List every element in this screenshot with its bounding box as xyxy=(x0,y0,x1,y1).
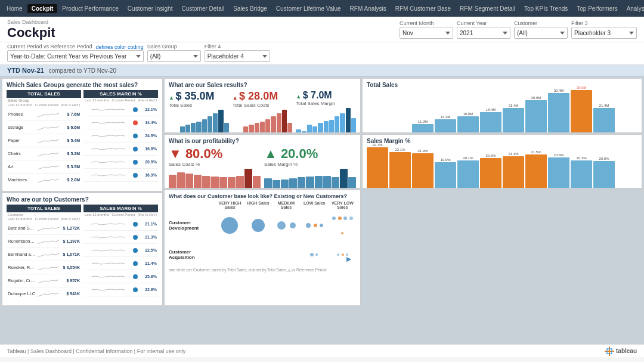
sales-group-filter: Sales Group (All) xyxy=(147,44,201,62)
margin-kpi-row: 24.9% xyxy=(83,129,158,143)
filters-section: Current Month Nov Current Year 2021 Cust… xyxy=(400,19,637,39)
customer-filter: Customer (All) xyxy=(514,20,568,39)
total-sales-chart-title: Total Sales xyxy=(367,82,637,88)
top-customers-margin: SALES MARGIN % Last 12 monthsCurrent Per… xyxy=(83,205,158,300)
total-costs-metric: ▲ $ 28.0M Total Sales Costs xyxy=(233,90,293,133)
nav-item-sales-bridge[interactable]: Sales Bridge xyxy=(229,4,271,13)
middle-column: Total Sales 1.7M 3.6M 11.2M 14.2M xyxy=(362,78,642,188)
margin-kpi-row: 21.1% xyxy=(83,218,158,231)
svg-rect-18 xyxy=(605,351,614,352)
profitability-panel: What is our profitability? ▼ 80.0% Sales… xyxy=(164,134,361,189)
kpi-row: Storage $ 6.6M xyxy=(7,121,81,134)
sales-groups-title: Which Sales Groups generate the most sal… xyxy=(7,82,158,88)
svg-point-0 xyxy=(221,217,238,234)
current-year-filter: Current Year 2021 xyxy=(457,20,510,39)
nav-item-cockpit[interactable]: Cockpit xyxy=(27,4,58,13)
kpi-row: Machines $ 2.0M xyxy=(7,174,81,185)
svg-point-1 xyxy=(252,219,265,232)
nav-item-home[interactable]: Home xyxy=(2,4,27,13)
tableau-icon xyxy=(605,346,614,356)
kpi-row: Runolfsson-Rogahn $ 1,197K xyxy=(7,235,81,248)
kpi-row: Phones $ 7.6M xyxy=(7,108,81,121)
top-customers-panel: Who are our top Customers? TOTAL SALES C… xyxy=(2,193,163,306)
kpi-row: Art $ 3.5M xyxy=(7,160,81,174)
expand-icon[interactable]: ► xyxy=(345,254,353,264)
footer-text: Tableau | Sales Dashboard | Confidential… xyxy=(7,348,185,354)
svg-point-9 xyxy=(343,216,347,220)
nav-item-rfm-analysis[interactable]: RFM Analysis xyxy=(346,4,391,13)
margin-kpi-row: 20.1% xyxy=(83,182,158,185)
kpi-row: Batz and Sons $ 1,272K xyxy=(7,222,81,235)
kpi-row: Chairs $ 5.2M xyxy=(7,147,81,160)
nav-item-rfm-segment[interactable]: RFM Segment Detail xyxy=(456,4,519,13)
nav-item-top-kpis[interactable]: Top KPIs Trends xyxy=(520,4,572,13)
nav-item-customer-insight[interactable]: Customer Insight xyxy=(123,4,177,13)
svg-point-11 xyxy=(341,232,343,234)
ytd-subtitle: compared to YTD Nov-20 xyxy=(49,67,116,74)
ytd-banner: YTD Nov-21 compared to YTD Nov-20 xyxy=(0,65,644,76)
svg-point-8 xyxy=(338,216,342,220)
nav-item-lifetime-value[interactable]: Customer Lifetime Value xyxy=(272,4,345,13)
nav-item-top-performers[interactable]: Top Performers xyxy=(572,4,621,13)
main-grid: What are our Sales results? ▲ $ 35.0M To… xyxy=(0,76,644,344)
svg-point-13 xyxy=(315,253,318,256)
customer-base-title: What does our Customer base look like? E… xyxy=(169,193,356,199)
breadcrumb: Sales Dashboard xyxy=(7,19,55,25)
svg-rect-21 xyxy=(606,348,612,349)
top-customers-title: Who are our top Customers? xyxy=(7,196,158,203)
period-filter: Current Period vs Reference Period defin… xyxy=(7,44,144,62)
svg-point-14 xyxy=(337,253,339,256)
svg-point-4 xyxy=(306,223,311,228)
kpi-row: Ruecker, Runolfsdottir and… $ 3,054K xyxy=(7,261,81,274)
nav-item-analysis-adhoc[interactable]: Analysis - Adhoc xyxy=(623,4,644,13)
sales-groups-panel: Which Sales Groups generate the most sal… xyxy=(2,78,163,191)
customer-base-panel: What does our Customer base look like? E… xyxy=(164,190,361,306)
nav-item-rfm-customer-base[interactable]: RFM Customer Base xyxy=(391,4,455,13)
svg-point-12 xyxy=(310,253,314,256)
filters-row2: Current Period vs Reference Period defin… xyxy=(0,42,644,65)
period-select[interactable]: Year-to-Date: Current Year vs Previous Y… xyxy=(7,50,144,62)
filter3: Filter 3 Placeholder 3 xyxy=(571,20,637,39)
right-column: Which Sales Groups generate the most sal… xyxy=(2,78,163,306)
margin-kpi-row: 22.8% xyxy=(83,283,158,296)
svg-point-10 xyxy=(349,216,353,220)
profitability-title: What is our profitability? xyxy=(169,138,356,144)
filter4: Filter 4 Placeholder 4 xyxy=(205,44,270,62)
margin-kpi-row: 25.8% xyxy=(83,270,158,283)
margin-kpi-row: 16.8% xyxy=(83,143,158,156)
filter4-select[interactable]: Placeholder 4 xyxy=(205,50,270,62)
sales-results-title: What are our Sales results? xyxy=(169,82,356,88)
tableau-logo: tableau xyxy=(605,346,637,356)
customer-select[interactable]: (All) xyxy=(514,27,568,39)
margin-pct-metric: ▲ 20.0% Sales Margin % xyxy=(264,146,356,189)
ytd-title: YTD Nov-21 xyxy=(7,67,44,74)
svg-point-7 xyxy=(332,216,336,220)
margin-kpi-row: 21.3% xyxy=(83,231,158,244)
nav-item-customer-detail[interactable]: Customer Detail xyxy=(177,4,228,13)
margin-kpi-row: 22.5% xyxy=(83,244,158,257)
sales-group-select[interactable]: (All) xyxy=(147,50,201,62)
svg-point-2 xyxy=(277,221,286,230)
nav-item-product-performance[interactable]: Product Performance xyxy=(58,4,123,13)
svg-point-15 xyxy=(342,253,344,256)
margin-kpi-row: 16.9% xyxy=(83,169,158,182)
kpi-row: Bernhand and Sons $ 1,071K xyxy=(7,248,81,261)
current-year-select[interactable]: 2021 xyxy=(457,27,510,39)
margin-kpi-row: 22.1% xyxy=(83,103,158,116)
svg-rect-22 xyxy=(606,353,612,354)
kpi-row: Dubuque LLC $ 941K xyxy=(7,287,81,300)
total-sales-metric: ▲ $ 35.0M Total Sales xyxy=(169,90,229,133)
sales-groups-margin: SALES MARGIN % Last 12 monthsCurrent Per… xyxy=(83,90,158,185)
margin-kpi-row: 20.5% xyxy=(83,156,158,169)
current-month-select[interactable]: Nov xyxy=(400,27,453,39)
margin-kpi-row xyxy=(83,296,158,300)
footer: Tableau | Sales Dashboard | Confidential… xyxy=(0,344,644,357)
page-title: Cockpit xyxy=(7,25,55,41)
svg-point-6 xyxy=(320,224,323,227)
kpi-row: Rogahn, Crist and Gulgowski $ 957K xyxy=(7,274,81,287)
sales-groups-total-sales: TOTAL SALES Sales Group Last 12 monthsCu… xyxy=(7,90,81,185)
total-sales-chart-panel: Total Sales 1.7M 3.6M 11.2M 14.2M xyxy=(362,78,642,133)
margin-kpi-row: 14.4% xyxy=(83,116,158,129)
filter3-select[interactable]: Placeholder 3 xyxy=(571,27,637,39)
sales-margin-chart-panel: Sales Margin % 22.7% 22.1% 21.9% 19.9% 2… xyxy=(362,134,642,189)
